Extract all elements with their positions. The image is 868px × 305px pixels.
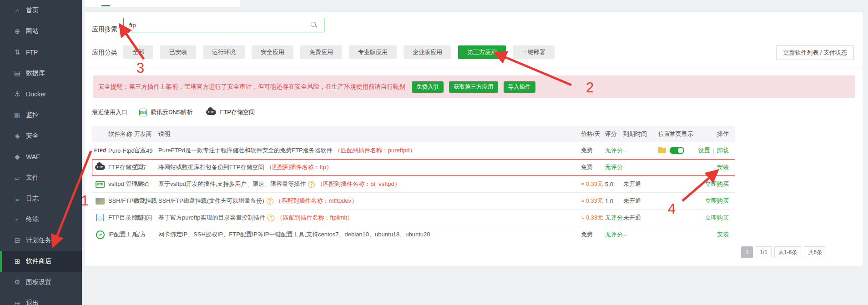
row-action-install-link[interactable]: 安装 — [717, 230, 729, 239]
category-tab[interactable]: 全部 — [123, 45, 153, 59]
settings-icon: ⚙ — [13, 278, 21, 286]
row-action-uninstall-link[interactable]: 卸载 — [717, 146, 729, 155]
expire-time: -- — [623, 159, 627, 175]
row-action-buy-link[interactable]: 立即购买 — [705, 180, 729, 188]
category-tab[interactable]: 一键部署 — [513, 45, 555, 59]
vsftpd-icon: FTP — [96, 181, 105, 188]
recent-entry-label: FTP存储空间 — [220, 108, 255, 116]
folder-icon[interactable] — [658, 148, 666, 153]
sidebar-item-docker[interactable]: ⚓ Docker — [0, 84, 82, 105]
sidebar-item-waf-shield[interactable]: ◆ WAF — [0, 146, 82, 167]
help-icon[interactable]: ? — [308, 181, 315, 188]
ftp-icon: ⇅ — [13, 48, 21, 56]
score: 1.0 — [605, 193, 613, 209]
table-header-row: 软件名称 开发商 说明 价格/天 评分 到期时间 位置 首页显示 操作 — [92, 126, 735, 142]
row-action-install-link[interactable]: 安装 — [717, 163, 729, 171]
col-header: 操作 — [717, 126, 729, 142]
sidebar-item-settings[interactable]: ⚙ 面板设置 — [0, 272, 82, 293]
row-action-buy-link[interactable]: 立即购买 — [705, 197, 729, 205]
developer: 微闪闪 — [134, 210, 152, 226]
score: 无评分 — [605, 210, 623, 226]
sidebar-item-label: 监控 — [26, 111, 39, 119]
security-alert-bar: 安全提醒：第三方插件上架前，宝塔官方进行了安全审计，但可能还存在安全风险，在生产… — [93, 75, 855, 98]
description: SSH/FTP磁盘挂载(文件夹可以增量备份) — [158, 197, 264, 205]
expire-time: 未开通 — [623, 210, 641, 226]
row-action-buy-link[interactable]: 立即购买 — [705, 214, 729, 222]
pagination-page-info[interactable]: 1/1 — [756, 246, 772, 258]
website-icon: ⊕ — [13, 27, 21, 35]
table-row: FTP FTP存储空间 官方 将网站或数据库打包备份到FTP存储空间 （匹配到插… — [92, 159, 735, 176]
category-tab[interactable]: 企业版应用 — [404, 45, 451, 59]
active-tab-indicator — [101, 5, 110, 6]
dns-icon: DNS — [139, 109, 147, 116]
developer: IW3C — [134, 176, 149, 192]
table-row: IP IP配置工具 官方 网卡绑定IP、SSH授权IP、FTP配置IP等IP一键… — [92, 226, 735, 243]
category-tab[interactable]: 免费应用 — [300, 45, 342, 59]
sidebar-item-cron[interactable]: ⊟ 计划任务 — [0, 230, 82, 251]
logout-icon: ↦ — [13, 299, 21, 305]
score: 无评分 — [605, 159, 623, 175]
match-plugin-name: （匹配到插件名称：mfftpdev） — [276, 197, 358, 205]
recent-entry[interactable]: FTP FTP存储空间 — [206, 108, 255, 116]
description: PureFTPd是一款专注于程序健壮和软件安全的免费FTP服务器软件 — [158, 146, 333, 155]
sidebar-item-logout[interactable]: ↦ 退出 — [0, 293, 82, 305]
sidebar-item-terminal[interactable]: >_ 终端 — [0, 209, 82, 230]
security-alert-text: 安全提醒：第三方插件上架前，宝塔官方进行了安全审计，但可能还存在安全风险，在生产… — [98, 83, 405, 91]
col-header: 到期时间 — [623, 126, 647, 142]
pagination: 1 1/1 从1-6条 共6条 — [741, 246, 826, 258]
monitor-icon: ▦ — [13, 111, 21, 119]
sidebar-item-website[interactable]: ⊕ 网站 — [0, 21, 82, 42]
alert-action-button[interactable]: 免费入驻 — [412, 81, 444, 93]
home-icon: ⌂ — [13, 7, 21, 15]
sidebar-item-label: 安全 — [26, 132, 39, 140]
home-display-toggle[interactable] — [670, 147, 684, 154]
category-tab[interactable]: 运行环境 — [203, 45, 245, 59]
sidebar-item-database[interactable]: ▤ 数据库 — [0, 63, 82, 84]
sidebar-item-appstore[interactable]: ⊞ 软件商店 — [0, 251, 82, 272]
sidebar-item-label: 退出 — [26, 299, 39, 305]
category-tab[interactable]: 第三方应用 — [458, 45, 506, 59]
update-software-list-button[interactable]: 更新软件列表 / 支付状态 — [776, 45, 854, 60]
action-divider: | — [713, 147, 714, 154]
recent-entry[interactable]: DNS 腾讯云DNS解析 — [139, 108, 192, 116]
sidebar-item-home[interactable]: ⌂ 首页 — [0, 0, 82, 21]
table-row: FTP vsftpd 管理器 IW3C 基于vsftpd开发的插件,支持多用户、… — [92, 176, 735, 193]
software-name: IP配置工具 — [108, 226, 137, 243]
help-icon[interactable]: ? — [267, 215, 274, 221]
category-tab[interactable]: 专业版应用 — [349, 45, 397, 59]
sidebar-item-label: 日志 — [26, 195, 39, 203]
sidebar-item-label: 软件商店 — [26, 257, 51, 265]
pagination-page-1[interactable]: 1 — [741, 246, 753, 258]
sidebar-item-logs[interactable]: ≡ 日志 — [0, 188, 82, 209]
table-row: FTPd Pure-Ftpd 1.0.49 官方 PureFTPd是一款专注于程… — [92, 142, 735, 159]
search-icon[interactable] — [310, 21, 318, 29]
col-header: 评分 — [605, 126, 617, 142]
pagination-range[interactable]: 从1-6条 — [774, 246, 801, 258]
alert-action-button[interactable]: 获取第三方应用 — [449, 81, 498, 93]
help-icon[interactable]: ? — [267, 198, 273, 205]
price: ≈ 0.33元 — [581, 210, 603, 226]
expire-time: -- — [623, 142, 627, 159]
category-tab[interactable]: 已安装 — [160, 45, 196, 59]
docker-icon: ⚓ — [13, 90, 21, 98]
sidebar-item-files[interactable]: ▱ 文件 — [0, 167, 82, 188]
bt-panel-software-store: ⌂ 首页 ⊕ 网站 ⇅ FTP ▤ 数据库 ⚓ Docker ▦ 监控 ◈ 安全… — [0, 0, 868, 305]
search-input[interactable] — [123, 18, 324, 32]
expire-time: 未开通 — [623, 193, 641, 209]
score: 5.0 — [605, 176, 613, 192]
pagination-total: 共6条 — [804, 246, 826, 258]
price: 免费 — [581, 159, 593, 175]
alert-action-button[interactable]: 导入插件 — [504, 81, 535, 93]
category-tab[interactable]: 安全应用 — [252, 45, 293, 59]
search-label: 应用搜索 — [92, 25, 117, 34]
software-store-card: 应用搜索 应用分类 全部 已安装 运行环境 安全应用 免费应用 专业版应用 企业… — [85, 12, 863, 266]
software-table: 软件名称 开发商 说明 价格/天 评分 到期时间 位置 首页显示 操作 FTPd… — [92, 126, 735, 243]
score: 无评分 — [605, 142, 623, 159]
row-action-settings-link[interactable]: 设置 — [698, 146, 710, 155]
sidebar-item-security[interactable]: ◈ 安全 — [0, 125, 82, 146]
alert-buttons: 免费入驻 获取第三方应用 导入插件 — [412, 81, 535, 93]
sidebar-item-monitor[interactable]: ▦ 监控 — [0, 105, 82, 125]
database-icon: ▤ — [13, 69, 21, 77]
sidebar-item-ftp[interactable]: ⇅ FTP — [0, 42, 82, 63]
sidebar-item-label: Docker — [26, 90, 46, 98]
